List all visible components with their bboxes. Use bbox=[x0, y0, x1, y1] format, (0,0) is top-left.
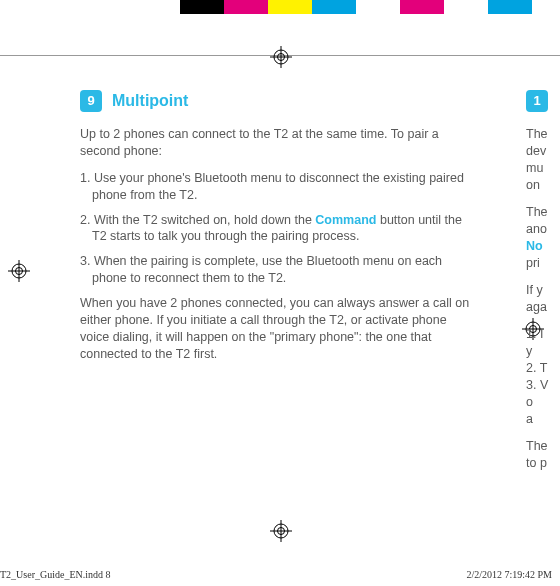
color-swatch bbox=[400, 0, 444, 14]
cutoff-text-fragment: The bbox=[526, 126, 560, 142]
registration-mark-bottom bbox=[270, 520, 292, 542]
section-number-badge: 9 bbox=[80, 90, 102, 112]
cutoff-text-fragment: to p bbox=[526, 455, 560, 471]
next-section-number-badge: 1 bbox=[526, 90, 548, 112]
color-swatch bbox=[0, 0, 180, 14]
cutoff-column: 1 ThedevmuonTheanoNopriIf yaga1. I y2. T… bbox=[526, 90, 560, 472]
color-swatch bbox=[444, 0, 488, 14]
cutoff-text-fragment: y bbox=[526, 343, 560, 359]
print-footer: T2_User_Guide_EN.indd 8 2/2/2012 7:19:42… bbox=[0, 569, 552, 580]
cutoff-text-fragment: If y bbox=[526, 282, 560, 298]
command-keyword: Command bbox=[315, 213, 376, 227]
color-swatch bbox=[532, 0, 560, 14]
color-swatch bbox=[488, 0, 532, 14]
step-item: 1. Use your phone's Bluetooth menu to di… bbox=[80, 170, 475, 204]
cutoff-text-fragment: a bbox=[526, 411, 560, 427]
color-swatch bbox=[224, 0, 268, 14]
color-swatch bbox=[356, 0, 400, 14]
registration-mark-top bbox=[270, 46, 292, 68]
color-swatch bbox=[268, 0, 312, 14]
section-heading: Multipoint bbox=[112, 90, 188, 112]
cutoff-text-fragment: aga bbox=[526, 299, 560, 315]
printer-color-bar bbox=[0, 0, 560, 14]
cutoff-text-fragment: The bbox=[526, 438, 560, 454]
cutoff-text-fragment: on bbox=[526, 177, 560, 193]
cutoff-text-fragment: The bbox=[526, 204, 560, 220]
cutoff-text-fragment: ano bbox=[526, 221, 560, 237]
step-item: 3. When the pairing is complete, use the… bbox=[80, 253, 475, 287]
cutoff-text-fragment: 3. V bbox=[526, 377, 560, 393]
cutoff-text-fragment: 2. T bbox=[526, 360, 560, 376]
cutoff-text-fragment: dev bbox=[526, 143, 560, 159]
step-item: 2. With the T2 switched on, hold down th… bbox=[80, 212, 475, 246]
cutoff-text-fragment: 1. I bbox=[526, 326, 560, 342]
cutoff-text-fragment: o bbox=[526, 394, 560, 410]
cutoff-text-fragment: mu bbox=[526, 160, 560, 176]
note-keyword: No bbox=[526, 238, 560, 254]
outro-paragraph: When you have 2 phones connected, you ca… bbox=[80, 295, 475, 363]
footer-timestamp: 2/2/2012 7:19:42 PM bbox=[466, 569, 552, 580]
registration-mark-left bbox=[8, 260, 30, 282]
intro-paragraph: Up to 2 phones can connect to the T2 at … bbox=[80, 126, 475, 160]
color-swatch bbox=[312, 0, 356, 14]
footer-filename: T2_User_Guide_EN.indd 8 bbox=[0, 569, 111, 580]
main-content: 9 Multipoint Up to 2 phones can connect … bbox=[80, 90, 475, 373]
color-swatch bbox=[180, 0, 224, 14]
cutoff-text-fragment: pri bbox=[526, 255, 560, 271]
